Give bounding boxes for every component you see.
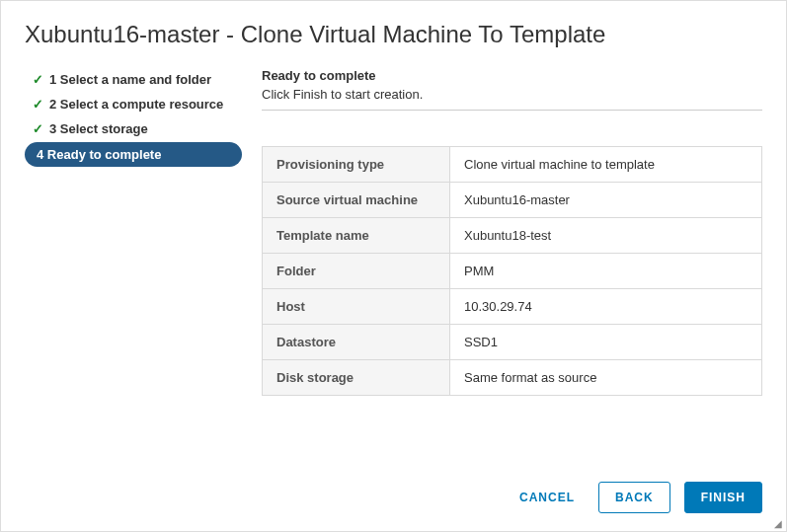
wizard-step-ready[interactable]: 4 Ready to complete <box>25 142 242 167</box>
table-row: Template name Xubuntu18-test <box>263 218 762 254</box>
divider <box>262 110 762 111</box>
summary-label: Datastore <box>263 325 450 360</box>
step-label: 2 Select a compute resource <box>49 97 223 112</box>
summary-value: Same format as source <box>450 360 762 396</box>
summary-value: PMM <box>450 254 762 289</box>
dialog-footer: CANCEL BACK FINISH <box>510 482 762 513</box>
main-panel: Ready to complete Click Finish to start … <box>242 68 762 396</box>
wizard-dialog: Xubuntu16-master - Clone Virtual Machine… <box>1 1 786 416</box>
finish-button[interactable]: FINISH <box>684 482 762 513</box>
check-icon: ✓ <box>33 97 43 112</box>
step-label: 1 Select a name and folder <box>49 72 211 87</box>
content-area: ✓ 1 Select a name and folder ✓ 2 Select … <box>25 68 762 396</box>
summary-label: Template name <box>263 218 450 254</box>
summary-value: Clone virtual machine to template <box>450 147 762 183</box>
wizard-steps-sidebar: ✓ 1 Select a name and folder ✓ 2 Select … <box>25 68 242 396</box>
step-label: 3 Select storage <box>49 121 148 136</box>
summary-label: Source virtual machine <box>263 183 450 218</box>
summary-label: Host <box>263 289 450 325</box>
summary-value: SSD1 <box>450 325 762 360</box>
table-row: Provisioning type Clone virtual machine … <box>263 147 762 183</box>
wizard-step-name-folder[interactable]: ✓ 1 Select a name and folder <box>25 68 242 91</box>
summary-value: Xubuntu18-test <box>450 218 762 254</box>
table-row: Disk storage Same format as source <box>263 360 762 396</box>
wizard-step-storage[interactable]: ✓ 3 Select storage <box>25 117 242 140</box>
back-button[interactable]: BACK <box>598 482 670 513</box>
check-icon: ✓ <box>33 72 43 87</box>
step-label: 4 Ready to complete <box>37 147 161 162</box>
check-icon: ✓ <box>33 121 43 136</box>
wizard-step-compute-resource[interactable]: ✓ 2 Select a compute resource <box>25 93 242 115</box>
resize-handle-icon[interactable]: ◢ <box>774 519 784 529</box>
section-title: Ready to complete <box>262 68 762 83</box>
summary-value: 10.30.29.74 <box>450 289 762 325</box>
summary-label: Folder <box>263 254 450 289</box>
table-row: Folder PMM <box>263 254 762 289</box>
summary-label: Provisioning type <box>263 147 450 183</box>
summary-value: Xubuntu16-master <box>450 183 762 218</box>
table-row: Datastore SSD1 <box>263 325 762 360</box>
summary-label: Disk storage <box>263 360 450 396</box>
section-description: Click Finish to start creation. <box>262 87 762 102</box>
table-row: Source virtual machine Xubuntu16-master <box>263 183 762 218</box>
cancel-button[interactable]: CANCEL <box>510 483 585 512</box>
table-row: Host 10.30.29.74 <box>263 289 762 325</box>
dialog-title: Xubuntu16-master - Clone Virtual Machine… <box>25 21 762 48</box>
summary-table: Provisioning type Clone virtual machine … <box>262 146 762 396</box>
